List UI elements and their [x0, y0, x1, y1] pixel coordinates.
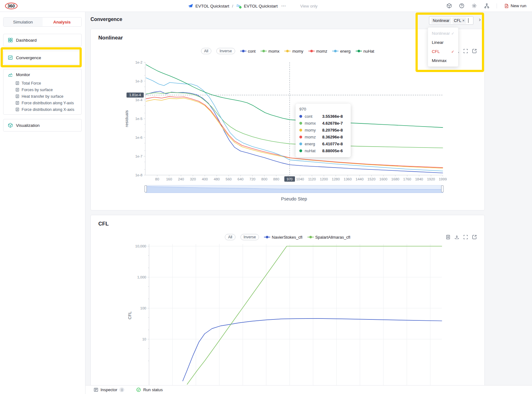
sidebar-subitem-label: Forces by surface: [22, 88, 53, 92]
sidebar-item-dashboard[interactable]: Dashboard: [3, 34, 82, 46]
svg-text:1e-5: 1e-5: [135, 117, 142, 121]
sidebar-item-convergence[interactable]: Convergence: [3, 51, 82, 65]
resources-cube-icon[interactable]: [447, 3, 452, 8]
svg-text:1200: 1200: [320, 177, 328, 181]
sidebar-subitem-label: Heat transfer by surface: [22, 94, 63, 99]
tab-analysis[interactable]: Analysis: [43, 18, 82, 26]
svg-text:720: 720: [250, 177, 256, 181]
cfl-plot[interactable]: 10,0001,00010010CFL: [98, 244, 478, 394]
tooltip-row: nuHat 8.88005e-6: [299, 147, 347, 154]
dropdown-option-nonlinear[interactable]: Nonlinear ✓: [428, 29, 458, 38]
sidebar-item-monitor[interactable]: Monitor: [3, 69, 81, 80]
legend-label: cont: [248, 49, 256, 54]
dropdown-option-minmax[interactable]: Minmax: [428, 56, 458, 65]
breadcrumb-project[interactable]: EVTOL Quickstart: [195, 4, 229, 8]
legend-inverse-button[interactable]: Inverse: [216, 48, 235, 54]
svg-text:800: 800: [261, 177, 267, 181]
nonlinear-legend: All Inverse cont momx momy momz: [91, 48, 484, 54]
legend-item-spalartallmaras[interactable]: SpalartAllmaras_cfl: [307, 235, 350, 240]
chart-tooltip: 970 cont 3.55366e-8 momx 4.62678e-7 momy…: [296, 104, 351, 157]
tooltip-series-name: cont: [305, 114, 320, 119]
versions-branch-icon[interactable]: [484, 3, 489, 8]
nonlinear-plot[interactable]: 1e-21e-31e-41e-51e-61e-71e-8801602403204…: [98, 59, 478, 186]
new-run-button[interactable]: New run: [504, 3, 526, 8]
data-table-icon[interactable]: [446, 235, 451, 240]
tooltip-row: momz 8.36296e-8: [299, 133, 347, 140]
tooltip-row: momx 4.62678e-7: [299, 120, 347, 127]
dropdown-option-cfl[interactable]: CFL ✓: [428, 47, 458, 56]
restore-icon[interactable]: [472, 235, 477, 240]
svg-text:1e-8: 1e-8: [135, 173, 142, 177]
sidebar-item-forces-by-surface[interactable]: Forces by surface: [3, 86, 81, 93]
dropdown-option-label: Minmax: [432, 58, 447, 63]
legend-label: NavierStokes_cfl: [272, 235, 302, 240]
legend-item-momy[interactable]: momy: [284, 49, 303, 54]
run-status-toggle[interactable]: Run status: [136, 387, 163, 392]
legend-item-momz[interactable]: momz: [308, 49, 327, 54]
svg-text:320: 320: [190, 177, 196, 181]
plane-icon: [188, 3, 193, 9]
svg-text:1840: 1840: [415, 177, 423, 181]
svg-text:360: 360: [8, 3, 15, 8]
status-bar: Inspector 0 Run status: [85, 385, 532, 394]
range-slider[interactable]: [145, 185, 443, 193]
svg-text:1280: 1280: [332, 177, 340, 181]
inspector-toggle[interactable]: Inspector 0: [94, 387, 124, 392]
legend-item-momx[interactable]: momx: [261, 49, 279, 54]
svg-text:560: 560: [226, 177, 232, 181]
dropdown-option-linear[interactable]: Linear: [428, 38, 458, 47]
legend-item-nuhat[interactable]: nuHat: [356, 49, 374, 54]
selected-tag-cfl[interactable]: CFL ×: [452, 18, 466, 24]
zoom-area-icon[interactable]: [463, 49, 468, 54]
sidebar-item-force-distribution-y[interactable]: Force distribution along Y-axis: [3, 100, 81, 106]
legend-all-button[interactable]: All: [201, 48, 211, 54]
report-icon: [15, 81, 19, 85]
svg-text:1e-7: 1e-7: [135, 154, 142, 158]
svg-text:80: 80: [155, 177, 159, 181]
svg-text:1e-4: 1e-4: [135, 98, 143, 102]
tooltip-series-value: 4.62678e-7: [322, 121, 343, 126]
sidebar-item-total-force[interactable]: Total Force: [3, 80, 81, 86]
convergence-chart-icon: [8, 55, 13, 60]
tooltip-series-value: 6.41077e-8: [322, 142, 343, 146]
monitor-icon: [8, 72, 13, 77]
download-icon[interactable]: [454, 235, 459, 240]
legend-item-energ[interactable]: energ: [332, 49, 350, 54]
report-icon: [15, 107, 19, 111]
selected-tag-nonlinear[interactable]: Nonlinear: [431, 18, 451, 24]
sidebar-item-force-distribution-x[interactable]: Force distribution along X-axis: [3, 106, 81, 113]
legend-item-cont[interactable]: cont: [240, 49, 256, 54]
tag-label: Nonlinear: [433, 18, 450, 23]
plot-type-dropdown: Nonlinear ✓ Linear CFL ✓ Minmax: [428, 27, 458, 67]
sidebar-item-heat-transfer[interactable]: Heat transfer by surface: [3, 93, 81, 100]
app-logo[interactable]: 360: [4, 2, 19, 10]
zoom-area-icon[interactable]: [463, 235, 468, 240]
svg-text:970: 970: [287, 177, 292, 181]
svg-text:1120: 1120: [308, 177, 316, 181]
sidebar-item-visualization[interactable]: Visualization: [3, 119, 82, 132]
help-icon[interactable]: [459, 3, 464, 8]
slider-handle-left[interactable]: [144, 185, 147, 192]
legend-all-button[interactable]: All: [225, 234, 235, 240]
legend-item-navierstokes[interactable]: NavierStokes_cfl: [264, 235, 302, 240]
legend-marker: [356, 51, 362, 51]
legend-marker: [284, 51, 291, 51]
breadcrumb-more-button[interactable]: ⋯: [281, 3, 286, 9]
slider-handle-right[interactable]: [441, 185, 444, 192]
sidebar: Simulation Analysis Dashboard Convergenc…: [0, 12, 85, 394]
chevron-right-icon[interactable]: ›: [479, 16, 481, 23]
tooltip-series-name: momx: [305, 121, 320, 126]
breadcrumb-run[interactable]: EVTOL Quickstart: [244, 4, 278, 8]
svg-text:160: 160: [166, 177, 172, 181]
svg-text:880: 880: [273, 177, 279, 181]
remove-tag-icon[interactable]: ×: [462, 18, 465, 23]
settings-gear-icon[interactable]: [472, 3, 477, 8]
tab-simulation[interactable]: Simulation: [3, 18, 43, 26]
legend-marker: [332, 51, 338, 51]
legend-inverse-button[interactable]: Inverse: [240, 234, 259, 240]
plot-type-select[interactable]: Nonlinear CFL ×: [429, 16, 473, 25]
svg-text:1680: 1680: [391, 177, 400, 181]
restore-icon[interactable]: [472, 49, 477, 54]
sidebar-subitem-label: Total Force: [22, 81, 41, 86]
svg-text:480: 480: [214, 177, 220, 181]
